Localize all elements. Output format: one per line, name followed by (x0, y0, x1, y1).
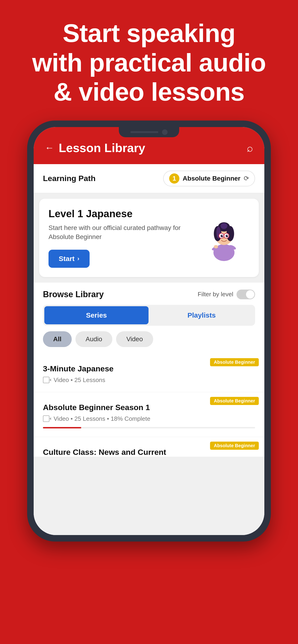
lesson-item-partial[interactable]: Absolute Beginner Culture Class: News an… (34, 437, 264, 457)
hero-section: Start speaking with practical audio & vi… (0, 0, 298, 120)
notch-line (130, 131, 158, 133)
back-button[interactable]: ← (45, 142, 54, 153)
browse-section: Browse Library Filter by level Series (34, 282, 264, 354)
svg-marker-22 (50, 417, 51, 420)
avatar-svg (203, 215, 245, 261)
filter-label: Filter by level (198, 291, 233, 298)
start-button[interactable]: Start › (49, 250, 90, 268)
svg-point-18 (214, 245, 218, 248)
tab-switcher: Series Playlists (43, 305, 255, 326)
search-icon[interactable]: ⌕ (247, 142, 253, 154)
svg-point-12 (220, 234, 223, 237)
app-content: Learning Path 1 Absolute Beginner ⟳ Leve… (34, 164, 264, 535)
svg-marker-20 (50, 378, 51, 381)
pill-all[interactable]: All (43, 331, 72, 347)
filter-pills: All Audio Video (43, 331, 255, 354)
phone-outer: ← Lesson Library ⌕ Learning Path 1 Absol… (27, 120, 271, 542)
phone-screen: ← Lesson Library ⌕ Learning Path 1 Absol… (34, 127, 264, 535)
refresh-icon[interactable]: ⟳ (244, 174, 249, 182)
start-chevron: › (77, 255, 79, 262)
hero-title: Start speaking with practical audio & vi… (14, 18, 284, 107)
svg-point-13 (226, 234, 228, 237)
filter-toggle[interactable] (236, 290, 255, 299)
page-wrapper: Start speaking with practical audio & vi… (0, 0, 298, 644)
lesson-item[interactable]: Absolute Beginner Absolute Beginner Seas… (34, 392, 264, 437)
pill-video[interactable]: Video (116, 331, 153, 347)
header-title: Lesson Library (59, 141, 145, 155)
svg-point-6 (220, 223, 227, 229)
header-left: ← Lesson Library (45, 141, 145, 155)
lesson-meta-1: Video • 25 Lessons (43, 376, 255, 384)
phone-notch (119, 127, 179, 137)
svg-point-14 (222, 235, 223, 236)
filter-row: Filter by level (198, 290, 255, 299)
phone-mockup: ← Lesson Library ⌕ Learning Path 1 Absol… (27, 120, 271, 542)
svg-point-17 (223, 238, 225, 239)
level-card: Level 1 Japanese Start here with our off… (39, 199, 259, 277)
level-badge-2: Absolute Beginner (210, 397, 259, 405)
tab-series[interactable]: Series (44, 306, 149, 324)
level-badge-1: Absolute Beginner (210, 358, 259, 366)
learning-path-label: Learning Path (43, 174, 96, 183)
lesson-meta-2: Video • 25 Lessons • 18% Complete (43, 415, 255, 422)
level-card-content: Level 1 Japanese Start here with our off… (49, 208, 203, 268)
svg-point-15 (227, 235, 228, 236)
progress-bar-2 (43, 427, 255, 428)
browse-title: Browse Library (43, 290, 104, 299)
video-icon-2 (43, 416, 51, 422)
level-badge[interactable]: 1 Absolute Beginner ⟳ (163, 170, 255, 186)
svg-rect-21 (43, 416, 49, 422)
tab-playlists[interactable]: Playlists (149, 306, 254, 324)
pill-audio[interactable]: Audio (75, 331, 113, 347)
learning-path-bar: Learning Path 1 Absolute Beginner ⟳ (34, 164, 264, 193)
level-card-title: Level 1 Japanese (49, 208, 203, 220)
level-number: 1 (169, 174, 179, 184)
level-card-description: Start here with our official curated pat… (49, 223, 203, 241)
notch-circle (162, 129, 168, 135)
lesson-list: Absolute Beginner 3-Minute Japanese Vide… (34, 354, 264, 457)
lesson-item[interactable]: Absolute Beginner 3-Minute Japanese Vide… (34, 354, 264, 392)
svg-rect-19 (43, 377, 49, 383)
progress-fill-2 (43, 427, 81, 428)
character-avatar (203, 215, 249, 261)
level-text: Absolute Beginner (183, 175, 240, 182)
toggle-knob (246, 290, 254, 298)
video-icon-1 (43, 377, 51, 383)
level-badge-3: Absolute Beginner (210, 442, 259, 450)
start-label: Start (59, 255, 75, 263)
browse-header: Browse Library Filter by level (43, 290, 255, 299)
